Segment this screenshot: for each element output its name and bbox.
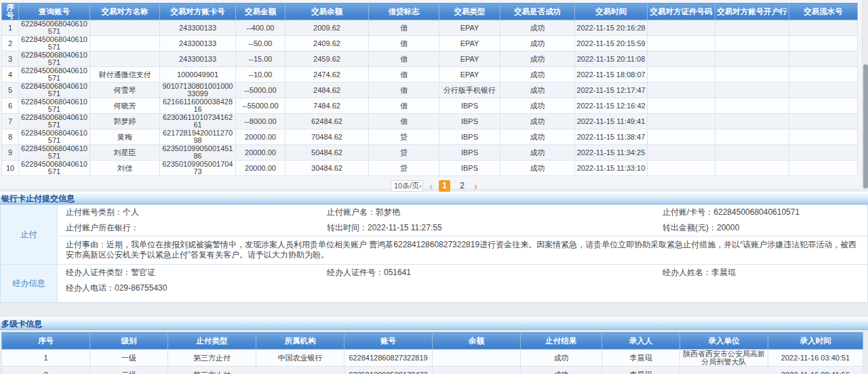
table-cell: IBPS (439, 129, 500, 145)
table-row[interactable]: 1一级第三方止付中国农业银行6228412860827322819成功李晨琨陕西… (2, 350, 863, 367)
stop-card-number-field: 止付账/卡号：6228450068040610571 (663, 205, 867, 220)
stop-payment-block: 止付 止付账号类别：个人 止付账户名：郭梦艳 止付账/卡号：6228450068… (1, 205, 867, 264)
table-cell: 何雪琴 (90, 83, 160, 98)
table-cell: 2 (2, 367, 90, 374)
table-cell: 2022-11-15 20:11:08 (575, 51, 648, 67)
table-cell: 借 (369, 114, 439, 129)
table-cell: 2022-11-15 18:08:07 (575, 67, 648, 83)
scrollbar[interactable] (862, 0, 868, 188)
column-header-query-account: 查询账号 (19, 3, 90, 20)
table-cell: 一级 (90, 350, 168, 367)
handler-info-block-label: 经办信息 (1, 265, 58, 302)
handler-cert-type-field: 经办人证件类型：警官证 (66, 265, 327, 280)
column-header-counterparty-card: 交易对方账卡号 (160, 3, 236, 20)
table-cell: 中国农业银行 (256, 350, 344, 367)
table-cell (648, 114, 715, 129)
table-cell: 李晨琨 (602, 367, 680, 374)
table-cell: 6228450068040610571 (19, 36, 90, 51)
column-header-entry-time: 录入时间 (768, 333, 863, 350)
table-cell (648, 67, 715, 83)
table-cell (789, 98, 858, 114)
next-page-button[interactable]: › (474, 180, 477, 192)
table-cell: 7484.62 (285, 98, 369, 114)
table-cell (648, 129, 715, 145)
table-row[interactable]: 2二级第三方止付6235010990500170473成功李晨琨2022-11-… (2, 367, 863, 374)
table-header-row: 序号 查询账号 交易对方名称 交易对方账卡号 交易金额 交易余额 借贷标志 交易… (2, 3, 858, 20)
page-button-2[interactable]: 2 (456, 180, 468, 192)
stop-payment-panel: 银行卡止付提交信息 止付 止付账号类别：个人 止付账户名：郭梦艳 止付账/卡号：… (0, 192, 868, 303)
table-cell: 黄梅 (90, 129, 160, 145)
column-header-success: 交易是否成功 (500, 3, 575, 20)
table-cell: 成功 (500, 98, 575, 114)
table-cell: 4 (2, 67, 19, 83)
table-cell: 243300133 (160, 36, 236, 51)
column-header-seq: 序号 (2, 3, 19, 20)
table-cell (789, 161, 858, 176)
table-cell: IBPS (439, 114, 500, 129)
table-row[interactable]: 76228450068040610571郭梦婷62303611010734162… (2, 114, 858, 129)
table-row[interactable]: 96228450068040610571刘星臣62350109905001451… (2, 145, 858, 161)
table-row[interactable]: 16228450068040610571243300133--400.00200… (2, 20, 858, 36)
table-cell (715, 36, 789, 51)
table-cell: 2022-11-15 11:34:25 (575, 145, 648, 161)
table-row[interactable]: 56228450068040610571何雪琴90107130801001000… (2, 83, 858, 98)
prev-page-button[interactable]: ‹ (429, 180, 433, 192)
table-cell (680, 367, 768, 374)
stop-payment-block-label: 止付 (1, 205, 58, 264)
table-row[interactable]: 66228450068040610571何晓芳62166116000038428… (2, 98, 858, 114)
table-cell: 分行版手机银行 (439, 83, 500, 98)
table-cell: --10.00 (236, 67, 285, 83)
table-row[interactable]: 106228450068040610571刘佳62350109905001704… (2, 161, 858, 176)
table-cell (648, 145, 715, 161)
table-cell (648, 36, 715, 51)
table-cell: 1000049901 (160, 67, 236, 83)
table-cell: 6217281942001127098 (160, 129, 236, 145)
table-cell: 成功 (500, 20, 575, 36)
column-header-entered-by: 录入人 (602, 333, 680, 350)
table-cell (789, 83, 858, 98)
table-row[interactable]: 36228450068040610571243300133--15.002459… (2, 51, 858, 67)
table-cell (90, 51, 160, 67)
table-cell: 6228412860827322819 (344, 350, 433, 367)
table-cell: 2022-11-16 08:41:56 (768, 367, 863, 374)
table-row[interactable]: 26228450068040610571243300133--50.002409… (2, 36, 858, 51)
table-cell: 成功 (500, 36, 575, 51)
scrollbar-thumb[interactable] (863, 64, 868, 188)
field-row: 经办人电话：029-86755430 (58, 280, 867, 296)
table-header-row: 序号 级别 止付类型 所属机构 账号 余额 止付结果 录入人 录入单位 录入时间 (2, 333, 863, 350)
chevron-down-icon: ▾ (419, 182, 422, 192)
column-header-debit-credit-flag: 借贷标志 (369, 3, 439, 20)
table-cell: 贷 (369, 145, 439, 161)
table-cell: 10 (2, 161, 19, 176)
table-cell (648, 98, 715, 114)
table-cell: --8000.00 (236, 114, 285, 129)
table-cell: 成功 (500, 145, 575, 161)
table-cell (789, 51, 858, 67)
table-cell (90, 36, 160, 51)
table-cell: --55000.00 (236, 98, 285, 114)
table-cell (648, 51, 715, 67)
table-cell: 2009.62 (285, 20, 369, 36)
table-cell: 20000.00 (236, 129, 285, 145)
table-cell: EPAY (439, 51, 500, 67)
table-cell: 成功 (500, 67, 575, 83)
column-header-entry-unit: 录入单位 (680, 333, 768, 350)
table-cell: 成功 (500, 51, 575, 67)
table-cell: 2474.62 (285, 67, 369, 83)
table-cell: 6228450068040610571 (19, 114, 90, 129)
table-cell: 243300133 (160, 20, 236, 36)
page-size-select[interactable]: 10条/页 ▾ (391, 180, 423, 192)
table-row[interactable]: 86228450068040610571黄梅621728194200112709… (2, 129, 858, 145)
page-button-1[interactable]: 1 (439, 180, 450, 192)
table-cell: 成功 (500, 161, 575, 176)
table-row[interactable]: 46228450068040610571财付通微信支付1000049901--1… (2, 67, 858, 83)
table-cell: 贷 (369, 129, 439, 145)
table-cell: 6216611600003842816 (160, 98, 236, 114)
table-cell (715, 129, 789, 145)
table-cell (789, 114, 858, 129)
table-cell (789, 129, 858, 145)
table-cell: IBPS (439, 98, 500, 114)
table-cell: 6235010990500145186 (160, 145, 236, 161)
table-cell: 6228450068040610571 (19, 161, 90, 176)
table-cell: 借 (369, 20, 439, 36)
